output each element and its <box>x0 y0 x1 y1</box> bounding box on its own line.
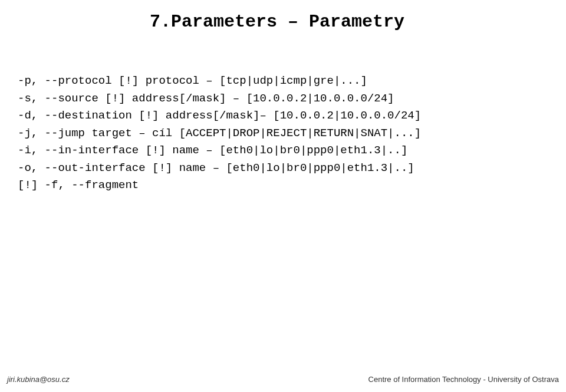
page-content: 7.Parameters – Parametry -p, --protocol … <box>0 0 566 212</box>
footer-email: jiri.kubina@osu.cz <box>7 375 70 384</box>
footer: jiri.kubina@osu.cz Centre of Information… <box>0 375 566 384</box>
param-line: [!] -f, --fragment <box>18 179 139 192</box>
param-line: -j, --jump target – cíl [ACCEPT|DROP|REJ… <box>18 127 421 140</box>
page-title: 7.Parameters – Parametry <box>18 12 537 32</box>
param-line: -p, --protocol [!] protocol – [tcp|udp|i… <box>18 74 367 87</box>
parameter-list: -p, --protocol [!] protocol – [tcp|udp|i… <box>18 55 537 212</box>
footer-org: Centre of Information Technology - Unive… <box>368 375 559 384</box>
param-line: -s, --source [!] address[/mask] – [10.0.… <box>18 92 394 105</box>
param-line: -d, --destination [!] address[/mask]– [1… <box>18 109 421 122</box>
param-line: -o, --out-interface [!] name – [eth0|lo|… <box>18 162 414 174</box>
param-line: -i, --in-interface [!] name – [eth0|lo|b… <box>18 144 407 157</box>
